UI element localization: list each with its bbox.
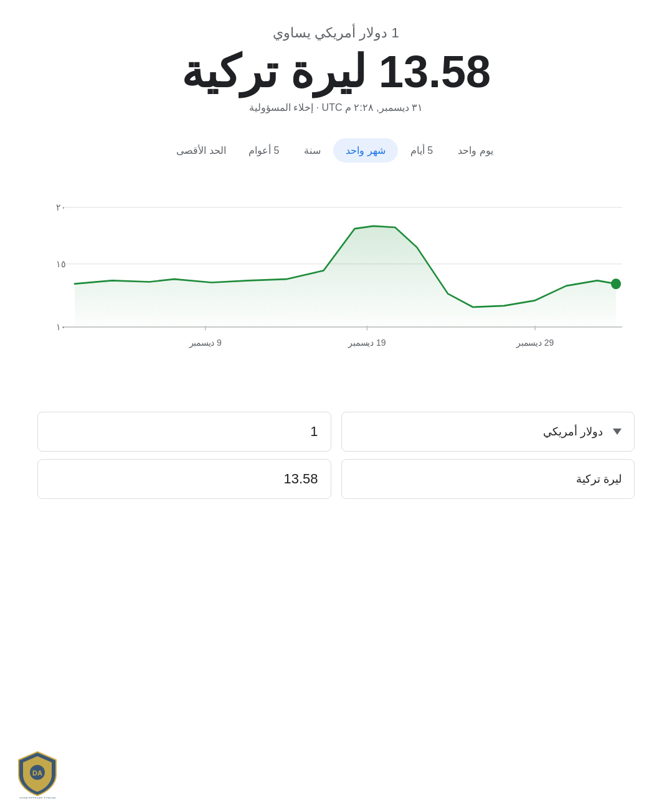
- dropdown-icon: [613, 429, 622, 435]
- main-rate: 13.58 ليرة تركية: [37, 47, 635, 97]
- to-currency-box[interactable]: ليرة تركية: [341, 459, 635, 499]
- to-value: 13.58: [283, 471, 318, 487]
- from-currency-label: دولار أمريكي: [543, 425, 603, 439]
- logo-svg: DA ARAB DEFENSE FORUM: [12, 749, 62, 799]
- timestamp: ٣١ ديسمبر, ٢:٢٨ م UTC · إخلاء المسؤولية: [37, 102, 635, 113]
- tab-1month[interactable]: شهر واحد: [333, 138, 397, 163]
- from-value-box[interactable]: 1: [37, 412, 331, 452]
- svg-text:29 ديسمبر: 29 ديسمبر: [516, 338, 554, 349]
- tab-5days[interactable]: 5 أيام: [398, 138, 445, 163]
- from-currency-label-row: دولار أمريكي: [543, 425, 622, 439]
- svg-text:٢٠: ٢٠: [56, 202, 65, 213]
- converter-labels-col: دولار أمريكي ليرة تركية: [341, 412, 635, 499]
- svg-text:19 ديسمبر: 19 ديسمبر: [348, 338, 386, 349]
- from-value: 1: [310, 424, 318, 440]
- chart-svg: ٢٠ ١٥ ١٠ 9 ديسمبر 19 ديسمبر 29 ديسمبر: [37, 187, 635, 387]
- tab-5years[interactable]: 5 أعوام: [236, 138, 291, 163]
- chart-current-dot: [611, 278, 621, 289]
- svg-text:ARAB DEFENSE FORUM: ARAB DEFENSE FORUM: [19, 797, 55, 799]
- to-currency-label: ليرة تركية: [576, 472, 622, 486]
- svg-text:١٠: ١٠: [56, 322, 65, 333]
- tab-max[interactable]: الحد الأقصى: [166, 140, 235, 161]
- tab-1year[interactable]: سنة: [291, 138, 333, 163]
- subtitle: 1 دولار أمريكي يساوي: [37, 25, 635, 41]
- to-value-box: 13.58: [37, 459, 331, 499]
- converter-section: دولار أمريكي ليرة تركية 1 13.58: [37, 412, 635, 499]
- from-currency-box[interactable]: دولار أمريكي: [341, 412, 635, 452]
- converter-values-col: 1 13.58: [37, 412, 331, 499]
- chart-container: ٢٠ ١٥ ١٠ 9 ديسمبر 19 ديسمبر 29 ديسمبر: [37, 187, 635, 387]
- tab-1day[interactable]: يوم واحد: [445, 138, 505, 163]
- svg-text:١٥: ١٥: [56, 259, 65, 270]
- logo-watermark: DA ARAB DEFENSE FORUM: [12, 749, 62, 799]
- svg-text:DA: DA: [32, 769, 42, 777]
- svg-text:9 ديسمبر: 9 ديسمبر: [189, 338, 222, 349]
- time-tabs-container: يوم واحد 5 أيام شهر واحد سنة 5 أعوام الح…: [37, 138, 635, 163]
